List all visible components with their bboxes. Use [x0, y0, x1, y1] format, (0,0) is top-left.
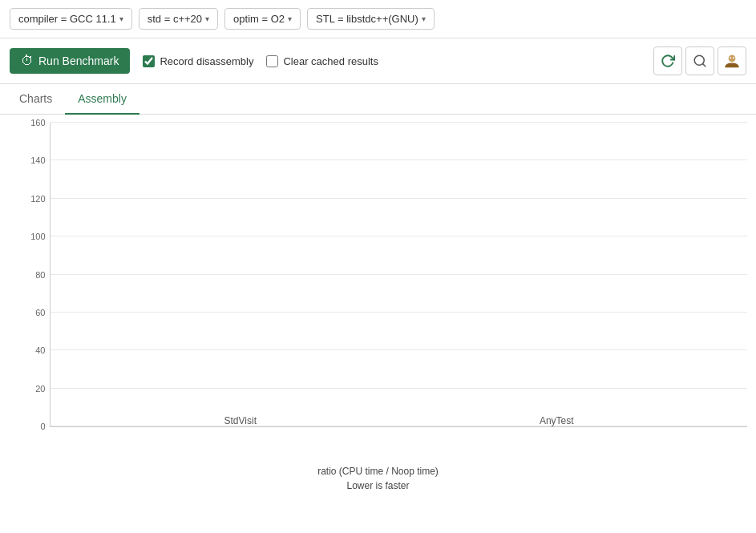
- clear-cached-label[interactable]: Clear cached results: [266, 55, 378, 67]
- user-icon: [724, 53, 740, 69]
- y-axis-label: 160: [30, 118, 45, 127]
- y-axis-label: 60: [35, 308, 45, 317]
- y-axis-label: 100: [30, 232, 45, 241]
- std-label: std = c++20: [148, 13, 202, 25]
- tab-assembly[interactable]: Assembly: [65, 84, 139, 115]
- refresh-button[interactable]: [653, 46, 682, 75]
- compiler-dropdown[interactable]: compiler = GCC 11.1 ▾: [10, 8, 132, 30]
- optim-label: optim = O2: [233, 13, 285, 25]
- chart-area: 160140120100806040200 StdVisitAnyTest ra…: [0, 115, 756, 493]
- clear-cached-checkbox[interactable]: [266, 55, 278, 67]
- y-axis-label: 140: [30, 155, 45, 165]
- user-button[interactable]: [718, 46, 746, 75]
- optim-dropdown[interactable]: optim = O2 ▾: [224, 8, 301, 30]
- icon-button-group: [653, 46, 746, 75]
- stl-caret-icon: ▾: [422, 14, 426, 23]
- y-axis-label: 0: [40, 422, 45, 431]
- std-dropdown[interactable]: std = c++20 ▾: [139, 8, 218, 30]
- optim-caret-icon: ▾: [288, 14, 292, 23]
- record-disassembly-label[interactable]: Record disassembly: [143, 55, 253, 67]
- chart-container: 160140120100806040200 StdVisitAnyTest: [10, 123, 747, 459]
- bar-label-stdvisit: StdVisit: [224, 415, 257, 426]
- tabs-container: Charts Assembly: [0, 84, 756, 115]
- record-disassembly-text: Record disassembly: [160, 55, 253, 67]
- action-bar: ⏱ Run Benchmark Record disassembly Clear…: [0, 38, 756, 84]
- footnote-line2: Lower is faster: [0, 478, 756, 493]
- toolbar: compiler = GCC 11.1 ▾ std = c++20 ▾ opti…: [0, 0, 756, 38]
- bars-area: StdVisitAnyTest: [51, 123, 747, 426]
- y-axis-label: 20: [35, 384, 45, 394]
- stl-label: STL = libstdc++(GNU): [316, 13, 418, 25]
- bar-group-anytest: AnyTest: [476, 410, 637, 426]
- run-benchmark-button[interactable]: ⏱ Run Benchmark: [10, 48, 130, 74]
- svg-point-3: [730, 57, 731, 59]
- std-caret-icon: ▾: [205, 14, 209, 23]
- clear-cached-text: Clear cached results: [283, 55, 378, 67]
- svg-point-4: [733, 57, 734, 59]
- svg-point-2: [729, 55, 736, 63]
- bar-group-stdvisit: StdVisit: [160, 410, 321, 426]
- compiler-caret-icon: ▾: [119, 14, 123, 23]
- chart-inner: 160140120100806040200 StdVisitAnyTest: [50, 123, 747, 427]
- svg-line-1: [702, 63, 705, 66]
- search-button[interactable]: [685, 46, 714, 75]
- compiler-label: compiler = GCC 11.1: [18, 13, 116, 25]
- record-disassembly-checkbox[interactable]: [143, 55, 155, 67]
- chart-footnote: ratio (CPU time / Noop time) Lower is fa…: [0, 464, 756, 493]
- run-label: Run Benchmark: [38, 55, 119, 67]
- bar-label-anytest: AnyTest: [540, 415, 574, 426]
- y-axis-label: 80: [35, 270, 45, 280]
- search-icon: [693, 54, 707, 68]
- tab-charts[interactable]: Charts: [6, 84, 65, 115]
- refresh-icon: [661, 54, 675, 68]
- y-axis-label: 120: [30, 194, 45, 204]
- y-axis-label: 40: [35, 345, 45, 355]
- footnote-line1: ratio (CPU time / Noop time): [0, 464, 756, 478]
- run-icon: ⏱: [21, 54, 34, 68]
- stl-dropdown[interactable]: STL = libstdc++(GNU) ▾: [307, 8, 435, 30]
